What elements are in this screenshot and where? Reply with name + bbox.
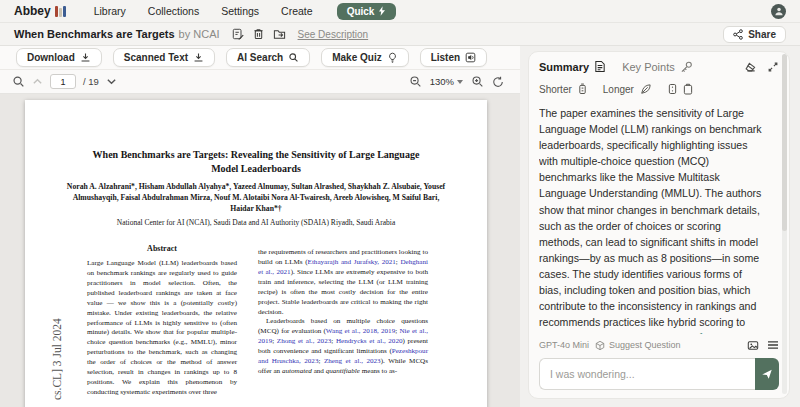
- listen-icon: [465, 52, 476, 63]
- rotate-icon[interactable]: [492, 76, 504, 88]
- send-button[interactable]: [755, 358, 779, 390]
- tab-summary-label: Summary: [539, 61, 589, 73]
- summary-paragraph-1: The paper examines the sensitivity of La…: [539, 105, 765, 334]
- document-title: When Benchmarks are Targets: [14, 28, 175, 40]
- action-bar: Download Scanned Text AI Search Make Qui…: [0, 46, 520, 70]
- trash-icon[interactable]: [253, 28, 264, 40]
- menu-icon[interactable]: [767, 340, 779, 351]
- previous-page-icon[interactable]: [32, 77, 43, 86]
- user-avatar[interactable]: [771, 4, 786, 19]
- document-byline: by NCAI: [179, 28, 220, 40]
- chat-meta-row: GPT-4o Mini Suggest Question: [539, 336, 779, 354]
- listen-button[interactable]: Listen: [420, 48, 487, 67]
- key-icon: [680, 61, 693, 73]
- expand-icon[interactable]: [767, 61, 779, 73]
- chat-input-row: [539, 358, 779, 390]
- search-icon: [288, 52, 299, 63]
- regenerate-icon[interactable]: [668, 83, 677, 95]
- listen-button-label: Listen: [431, 52, 460, 63]
- move-to-folder-icon[interactable]: [273, 28, 286, 40]
- shorter-label: Shorter: [539, 84, 572, 95]
- shorten-icon[interactable]: [578, 83, 587, 95]
- person-icon: [774, 6, 784, 16]
- document-icon: [594, 60, 606, 73]
- zoom-in-icon[interactable]: [471, 75, 484, 88]
- brand-name: Abbey: [14, 4, 51, 18]
- share-icon: [733, 29, 743, 40]
- pdf-toolbar-left: / 19: [12, 74, 117, 89]
- summary-paragraph-1-period: .: [704, 333, 707, 334]
- nav-collections[interactable]: Collections: [148, 5, 199, 17]
- chat-meta-icons: [747, 340, 779, 351]
- abstract-heading: Abstract: [87, 244, 237, 253]
- intro-paragraph-2: Leaderboards based on multiple choice qu…: [258, 317, 428, 377]
- pdf-canvas[interactable]: cs.CL] 3 Jul 2024 When Benchmarks are Ta…: [0, 94, 520, 407]
- tab-key-points[interactable]: Key Points: [622, 61, 693, 73]
- pdf-toolbar-right: 130%: [409, 75, 508, 88]
- pdf-page: cs.CL] 3 Jul 2024 When Benchmarks are Ta…: [25, 100, 487, 407]
- image-icon[interactable]: [747, 340, 759, 351]
- paper-affiliation: National Center for AI (NCAI), Saudi Dat…: [85, 218, 427, 229]
- eraser-icon[interactable]: [744, 61, 757, 73]
- suggest-question-button[interactable]: Suggest Question: [595, 340, 681, 351]
- zoom-out-icon[interactable]: [409, 75, 422, 88]
- next-page-icon[interactable]: [106, 77, 117, 86]
- lightning-bolt-icon: [378, 6, 386, 16]
- download-button-label: Download: [27, 52, 75, 63]
- nav-library[interactable]: Library: [94, 5, 126, 17]
- summary-controls: Shorter Longer: [539, 83, 779, 95]
- model-label: GPT-4o Mini: [539, 340, 589, 350]
- page-total-label: / 19: [83, 76, 99, 87]
- share-button[interactable]: Share: [723, 26, 786, 43]
- arxiv-watermark: cs.CL] 3 Jul 2024: [51, 318, 63, 400]
- scrollbar-thumb[interactable]: [782, 54, 787, 231]
- find-in-document-icon[interactable]: [12, 75, 25, 88]
- scanned-text-button[interactable]: Scanned Text: [113, 48, 215, 67]
- document-actions: [232, 28, 286, 40]
- summary-scrollbar[interactable]: [782, 54, 787, 394]
- summary-paragraph-1-text: The paper examines the sensitivity of La…: [539, 107, 762, 334]
- make-quiz-button-label: Make Quiz: [332, 52, 381, 63]
- nav-create[interactable]: Create: [281, 5, 313, 17]
- intro-paragraph-1: the requirements of researchers and prac…: [258, 248, 428, 317]
- tab-summary[interactable]: Summary: [539, 60, 606, 73]
- ai-panel-header: Summary Key Points: [539, 60, 779, 73]
- ai-panel: Summary Key Points Shorter: [520, 46, 800, 407]
- app-window: Abbey Library Collections Settings Creat…: [0, 0, 800, 407]
- chat-input[interactable]: [539, 358, 755, 390]
- edit-notes-icon[interactable]: [232, 28, 244, 40]
- nav-settings[interactable]: Settings: [221, 5, 259, 17]
- zoom-level-dropdown[interactable]: 130%: [430, 76, 463, 87]
- summary-content[interactable]: The paper examines the sensitivity of La…: [539, 105, 779, 334]
- quick-button[interactable]: Quick: [337, 3, 397, 20]
- make-quiz-button[interactable]: Make Quiz: [321, 48, 408, 67]
- scanned-text-button-label: Scanned Text: [124, 52, 188, 63]
- brand[interactable]: Abbey: [14, 4, 66, 18]
- quick-label: Quick: [347, 6, 375, 17]
- intro-column: the requirements of researchers and prac…: [258, 248, 428, 377]
- cube-icon: [595, 340, 605, 351]
- see-description-link[interactable]: See Description: [298, 29, 369, 40]
- document-header: When Benchmarks are Targets by NCAI See …: [0, 23, 800, 46]
- books-icon: [55, 6, 66, 17]
- ai-summary-card: Summary Key Points Shorter: [528, 51, 790, 399]
- tab-key-points-label: Key Points: [622, 61, 675, 73]
- ai-search-button-label: AI Search: [237, 52, 283, 63]
- page-number-input[interactable]: [50, 74, 76, 89]
- download-icon: [193, 52, 204, 63]
- ai-search-button[interactable]: AI Search: [226, 48, 310, 67]
- paper-title: When Benchmarks are Targets: Revealing t…: [85, 148, 427, 176]
- copy-icon[interactable]: [683, 83, 693, 95]
- chevron-down-icon: [457, 80, 463, 84]
- pdf-toolbar: / 19 130%: [0, 70, 520, 94]
- download-button[interactable]: Download: [16, 48, 102, 67]
- feather-pen-icon[interactable]: [640, 83, 652, 95]
- longer-label: Longer: [603, 84, 634, 95]
- zoom-level-value: 130%: [430, 76, 454, 87]
- suggest-question-label: Suggest Question: [609, 340, 681, 350]
- top-nav: Abbey Library Collections Settings Creat…: [0, 0, 800, 23]
- paper-plane-icon: [761, 368, 773, 380]
- share-label: Share: [748, 29, 776, 40]
- download-icon: [80, 52, 91, 63]
- ai-header-actions: [744, 61, 779, 73]
